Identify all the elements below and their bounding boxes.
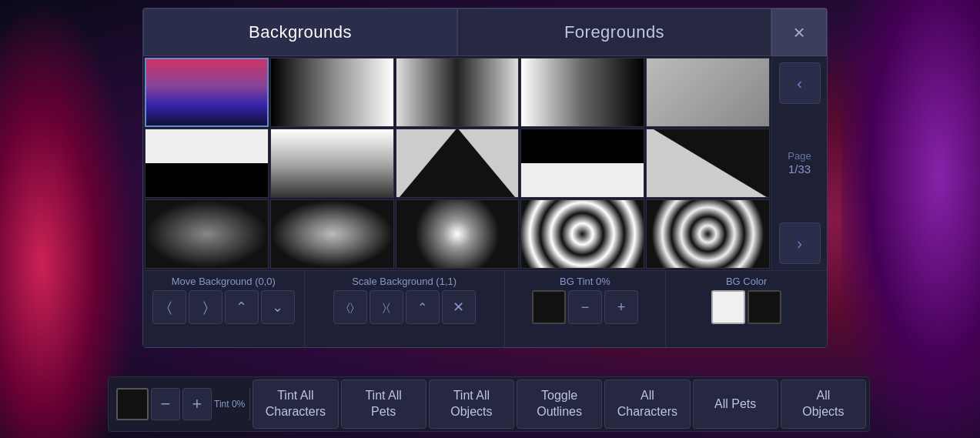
thumbnail-radial-dot <box>396 200 519 268</box>
backgrounds-grid <box>143 56 771 270</box>
grid-cell-9[interactable] <box>520 129 644 198</box>
tab-foregrounds[interactable]: Foregrounds <box>457 8 771 56</box>
grid-cell-14[interactable] <box>520 199 644 269</box>
move-down-button[interactable]: ⌄ <box>261 290 295 324</box>
prev-page-button[interactable]: ‹ <box>779 62 821 104</box>
bottom-tint-swatch[interactable] <box>116 388 149 420</box>
tint-section: BG Tint 0% − + <box>505 271 667 347</box>
tint-all-objects-label: Tint All Objects <box>450 388 492 420</box>
color-section: BG Color <box>666 271 827 347</box>
grid-cell-8[interactable] <box>396 129 520 198</box>
scale-y-increase-icon: ⌃ <box>417 300 427 315</box>
thumbnail-center-dark <box>396 59 519 126</box>
all-objects-button[interactable]: All Objects <box>781 379 866 429</box>
main-panel: Backgrounds Foregrounds × <box>142 8 828 348</box>
thumbnail-radial-mid <box>271 200 393 268</box>
scale-section: Scale Background (1,1) 〈〉 〉〈 ⌃ ✕ <box>305 271 505 347</box>
move-right-button[interactable]: 〉 <box>189 290 222 324</box>
grid-cell-5[interactable] <box>646 58 770 127</box>
bg-tint-swatch[interactable] <box>532 290 566 324</box>
tint-all-characters-label: Tint All Characters <box>266 388 326 420</box>
move-up-button[interactable]: ⌃ <box>225 290 259 324</box>
tabs-row: Backgrounds Foregrounds × <box>143 8 827 56</box>
scale-x-increase-button[interactable]: 〉〈 <box>370 290 403 324</box>
scale-x-increase-icon: 〉〈 <box>383 301 390 314</box>
scale-x-decrease-icon: 〈〉 <box>346 301 354 314</box>
scale-buttons: 〈〉 〉〈 ⌃ ✕ <box>333 290 476 324</box>
thumbnail-tri-right <box>647 129 769 197</box>
color-buttons <box>711 290 781 324</box>
color-label: BG Color <box>726 276 767 287</box>
move-left-icon: 〈 <box>167 299 172 316</box>
all-characters-label: All Characters <box>617 388 677 420</box>
thumbnail-hgrad-lr <box>271 59 393 126</box>
move-buttons: 〈 〉 ⌃ ⌄ <box>152 290 295 324</box>
color-swatch-white[interactable] <box>711 290 745 324</box>
bg-left-accent <box>0 0 139 438</box>
thumbnail-hgrad-rl <box>521 59 644 126</box>
scale-y-increase-button[interactable]: ⌃ <box>406 290 440 324</box>
thumbnail-triangle <box>396 129 519 197</box>
thumbnail-vgrad <box>271 129 393 197</box>
toggle-outlines-button[interactable]: Toggle Outlines <box>517 379 602 429</box>
grid-area: ‹ Page 1/33 › <box>143 56 827 270</box>
prev-page-icon: ‹ <box>797 75 802 92</box>
tint-all-pets-button[interactable]: Tint All Pets <box>341 379 426 429</box>
grid-cell-1[interactable] <box>145 58 269 127</box>
all-characters-button[interactable]: All Characters <box>604 379 690 429</box>
thumbnail-radial-soft <box>145 200 268 268</box>
close-button[interactable]: × <box>771 8 827 56</box>
tint-all-objects-button[interactable]: Tint All Objects <box>429 379 514 429</box>
tab-backgrounds[interactable]: Backgrounds <box>143 8 457 56</box>
bottom-tint-group: − + Tint 0% <box>112 388 250 420</box>
tint-increase-button[interactable]: + <box>604 290 638 324</box>
page-info: Page 1/33 <box>788 150 811 177</box>
move-right-icon: 〉 <box>203 299 208 316</box>
tint-decrease-button[interactable]: − <box>568 290 602 324</box>
tint-minus-icon: − <box>581 299 590 316</box>
next-page-icon: › <box>797 235 802 252</box>
move-up-icon: ⌃ <box>236 299 247 316</box>
tint-all-pets-label: Tint All Pets <box>365 388 401 420</box>
controls-row: Move Background (0,0) 〈 〉 ⌃ ⌄ Scale Back… <box>143 270 827 347</box>
color-swatch-dark[interactable] <box>748 290 781 324</box>
bottom-tint-label: Tint 0% <box>214 399 245 410</box>
bottom-minus-icon: − <box>161 394 171 414</box>
tint-plus-icon: + <box>617 299 626 316</box>
grid-cell-13[interactable] <box>396 199 520 269</box>
toggle-outlines-label: Toggle Outlines <box>537 388 582 420</box>
thumbnail-checker-r <box>521 129 644 197</box>
scale-reset-button[interactable]: ✕ <box>442 290 476 324</box>
thumbnail-light-gray <box>647 59 769 126</box>
all-pets-label: All Pets <box>714 396 756 413</box>
grid-cell-4[interactable] <box>520 58 644 127</box>
tint-label: BG Tint 0% <box>560 276 610 287</box>
bottom-toolbar: − + Tint 0% Tint All Characters Tint All… <box>108 376 870 432</box>
next-page-button[interactable]: › <box>779 222 821 264</box>
grid-cell-12[interactable] <box>270 199 394 269</box>
grid-cell-7[interactable] <box>270 129 394 198</box>
thumbnail-rings1 <box>521 200 644 268</box>
bottom-plus-icon: + <box>192 394 202 414</box>
grid-cell-11[interactable] <box>145 199 269 269</box>
bottom-tint-plus[interactable]: + <box>182 388 212 420</box>
bg-right-accent <box>841 0 980 438</box>
move-down-icon: ⌄ <box>272 299 283 316</box>
bottom-tint-minus[interactable]: − <box>151 388 180 420</box>
thumbnail-checker-l <box>145 129 268 197</box>
grid-cell-6[interactable] <box>145 129 269 198</box>
grid-cell-3[interactable] <box>396 58 520 127</box>
thumbnail-landscape <box>146 59 267 125</box>
all-objects-label: All Objects <box>802 388 844 420</box>
grid-cell-2[interactable] <box>270 58 394 127</box>
tint-controls: − + <box>532 290 638 324</box>
scale-x-decrease-button[interactable]: 〈〉 <box>333 290 367 324</box>
move-left-button[interactable]: 〈 <box>152 290 186 324</box>
all-pets-button[interactable]: All Pets <box>693 379 778 429</box>
grid-cell-10[interactable] <box>646 129 770 198</box>
pagination-sidebar: ‹ Page 1/33 › <box>771 56 827 270</box>
scale-reset-icon: ✕ <box>453 299 464 316</box>
tint-all-characters-button[interactable]: Tint All Characters <box>253 379 338 429</box>
scale-label: Scale Background (1,1) <box>352 276 457 287</box>
grid-cell-15[interactable] <box>646 199 770 269</box>
